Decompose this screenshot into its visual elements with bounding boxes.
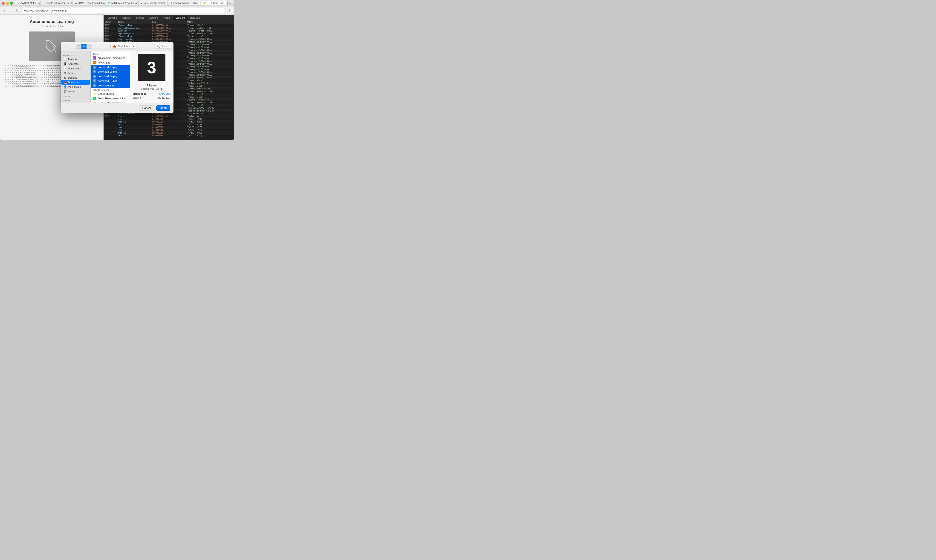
file-item-mp4[interactable]: ▶ autonomou...arning.mp4 — [91, 55, 130, 60]
favorites-label: Favorites — [61, 53, 90, 57]
tab-close-icon[interactable]: ✕ — [38, 2, 40, 5]
refresh-button[interactable]: ↻ — [15, 8, 20, 13]
sidebar-item-recents[interactable]: 🕐 Recents — [61, 57, 90, 62]
dialog-files-main: Today ▶ autonomou...arning.mp4 J cover1.… — [91, 51, 130, 103]
tab-ethglobal[interactable]: 🔑 ETHGlobal Login ✕ — [201, 1, 228, 6]
dialog-footer: Cancel Open — [61, 103, 173, 113]
show-less-link[interactable]: Show Less — [159, 93, 171, 95]
sidebar-item-applications[interactable]: 📱 Applicati... — [61, 62, 90, 66]
folder-charm-icon: 📁 — [93, 92, 97, 95]
file-name-dl4: download (4).png — [98, 80, 117, 82]
files-list: Today ▶ autonomou...arning.mp4 J cover1.… — [91, 51, 130, 103]
jpg-file-icon: J — [93, 61, 97, 65]
dialog-forward-button[interactable]: › — [69, 44, 74, 49]
dialog-toolbar: ‹ › ☰ ⊞ ⋮ 📥 Downloads ⊙ — [61, 42, 173, 51]
preview-image: 3 — [138, 54, 165, 82]
file-name-dl3: download (3).png — [98, 75, 117, 78]
tabs-bar: 🔧 AWHack Matrix ✕ 📄 How to get file inpu… — [15, 1, 232, 6]
column-view-button[interactable]: ⋮ — [87, 44, 92, 49]
nav-bar: ‹ › ↻ localhost:3000/?fileList=download.… — [0, 6, 234, 15]
tab-close-icon[interactable]: ✕ — [167, 2, 168, 5]
tab-icon: 🌐 — [108, 2, 111, 5]
back-button[interactable]: ‹ — [2, 8, 7, 13]
tab-close-icon[interactable]: ✕ — [226, 2, 228, 5]
tab-vercel[interactable]: ▲ New Project – Vercel ✕ — [138, 1, 168, 6]
documents-icon: 📄 — [63, 67, 67, 70]
png-file-icon-4: P — [93, 79, 97, 83]
file-item-devin[interactable]: M Devin Hane_henko.mkv — [91, 96, 130, 101]
tab-awhack[interactable]: 🔧 AWHack Matrix ✕ — [15, 1, 40, 6]
preview-item-detail: 5 documents – 28 KB — [140, 88, 163, 90]
url-text: localhost:3000/?fileList=download.png — [24, 9, 66, 12]
minimize-button[interactable] — [6, 2, 9, 5]
open-button[interactable]: Open — [156, 105, 170, 111]
file-item-dl4[interactable]: P download (4).png — [91, 78, 130, 83]
tab-web3[interactable]: 🌐 web3.storage/package.json s... ✕ — [106, 1, 138, 6]
cancel-button[interactable]: Cancel — [139, 105, 154, 111]
sidebar-item-user[interactable]: 👤 meekmsaki — [61, 85, 90, 89]
file-dialog-overlay: ‹ › ☰ ⊞ ⋮ 📥 Downloads ⊙ — [0, 15, 234, 140]
file-name-cover: cover1.jpg — [98, 61, 110, 64]
documents-label: Documents — [68, 67, 81, 70]
file-item-cover[interactable]: J cover1.jpg — [91, 60, 130, 65]
new-tab-button[interactable]: + — [228, 1, 232, 6]
preview-item-count: 5 items — [146, 84, 157, 87]
url-bar[interactable]: localhost:3000/?fileList=download.png — [21, 8, 226, 13]
list-view-button[interactable]: ☰ — [76, 44, 81, 49]
desktop-label: Desktop — [68, 76, 77, 79]
file-item-legacy[interactable]: 📁 Legacy_Adventure_Pack — [91, 101, 130, 103]
file-name-devin: Devin Hane_henko.mkv — [98, 97, 125, 100]
downloads-icon: 📥 — [63, 81, 67, 84]
tab-html[interactable]: W HTML a download Attribute ✕ — [73, 1, 105, 6]
forward-button[interactable]: › — [8, 8, 13, 13]
file-name-dl1: download (1).png — [98, 66, 117, 69]
tab-icon: 📄 — [42, 2, 45, 5]
grid-view-button[interactable]: ⊞ — [82, 44, 86, 49]
search-icon: 🔍 — [157, 45, 160, 48]
preview-number: 3 — [147, 58, 156, 77]
png-file-icon-3: P — [93, 74, 97, 78]
search-box[interactable]: 🔍 Search — [155, 44, 171, 49]
maximize-button[interactable] — [10, 2, 13, 5]
location-dropdown-icon: ⊙ — [132, 45, 134, 48]
dialog-view-buttons: ☰ ⊞ ⋮ — [76, 44, 92, 49]
file-item-dl2[interactable]: P download (2).png — [91, 69, 130, 74]
dialog-back-button[interactable]: ‹ — [63, 44, 68, 49]
applications-label: Applicati... — [68, 63, 80, 65]
created-label: Created — [133, 97, 141, 99]
shared-label: Shared — [61, 98, 90, 102]
sidebar-item-library[interactable]: 🏛 Library — [61, 71, 90, 75]
file-name-dl-main: download.png — [98, 84, 114, 87]
png-file-icon-1: P — [93, 65, 97, 69]
sidebar-item-music[interactable]: 🎵 Music — [61, 89, 90, 94]
file-item-dl3[interactable]: P download (3).png — [91, 74, 130, 78]
user-icon: 👤 — [63, 85, 67, 89]
preview-created-row: Created May 23, 2023 — [133, 97, 171, 99]
file-item-charm[interactable]: 📁 CharmStudies — [91, 91, 130, 96]
extensions-button[interactable]: ⋮ — [227, 8, 232, 13]
preview-info-label: Information — [133, 92, 147, 95]
png-file-icon-main: P — [93, 84, 97, 87]
tab-mm[interactable]: ⚙ Comparing main... MM - Extro... ✕ — [168, 1, 200, 6]
library-icon: 🏛 — [63, 71, 67, 75]
tab-icon: 🔧 — [17, 2, 20, 5]
folder-legacy-icon: 📁 — [93, 101, 97, 103]
tab-icon: W — [75, 2, 77, 5]
music-icon: 🎵 — [63, 90, 67, 93]
tab-fileinput[interactable]: 📄 How to get file input by selec... ✕ — [40, 1, 72, 6]
file-dialog: ‹ › ☰ ⊞ ⋮ 📥 Downloads ⊙ — [61, 42, 173, 113]
title-bar: 🔧 AWHack Matrix ✕ 📄 How to get file inpu… — [0, 0, 234, 6]
file-item-dl-main[interactable]: P download.png — [91, 83, 130, 88]
sidebar-item-desktop[interactable]: 🖥 Desktop — [61, 75, 90, 80]
sidebar-item-documents[interactable]: 📄 Documents — [61, 66, 90, 71]
close-button[interactable] — [2, 2, 5, 5]
location-pill[interactable]: 📥 Downloads ⊙ — [111, 44, 136, 49]
music-label: Music — [68, 90, 75, 93]
tab-icon: 🔑 — [203, 2, 206, 5]
previous-section: Previous 7 Days — [91, 88, 130, 91]
desktop-icon: 🖥 — [63, 76, 67, 79]
user-label: meekmsaki — [68, 86, 81, 88]
preview-panel: 3 5 items 5 documents – 28 KB Informatio… — [130, 51, 173, 103]
sidebar-item-downloads[interactable]: 📥 Downloads — [61, 80, 90, 85]
file-item-dl1[interactable]: P download (1).png — [91, 65, 130, 69]
